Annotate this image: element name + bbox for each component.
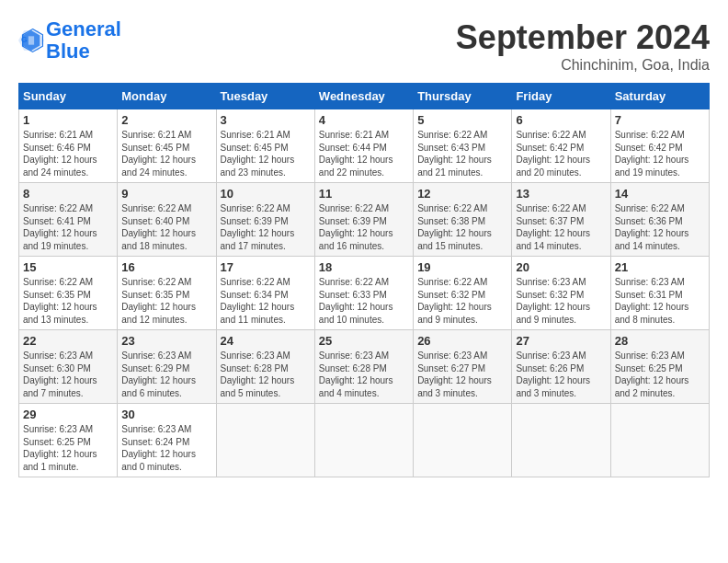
table-row bbox=[414, 404, 512, 477]
table-row: 25Sunrise: 6:23 AM Sunset: 6:28 PM Dayli… bbox=[314, 330, 413, 404]
table-row: 30Sunrise: 6:23 AM Sunset: 6:24 PM Dayli… bbox=[118, 404, 216, 477]
day-info: Sunrise: 6:23 AM Sunset: 6:27 PM Dayligh… bbox=[417, 350, 492, 398]
table-row: 8Sunrise: 6:22 AM Sunset: 6:41 PM Daylig… bbox=[19, 183, 118, 257]
table-row: 23Sunrise: 6:23 AM Sunset: 6:29 PM Dayli… bbox=[118, 330, 216, 404]
calendar-header: Sunday Monday Tuesday Wednesday Thursday… bbox=[19, 84, 710, 109]
col-friday: Friday bbox=[512, 84, 610, 109]
table-row: 10Sunrise: 6:22 AM Sunset: 6:39 PM Dayli… bbox=[216, 183, 314, 257]
day-number: 3 bbox=[221, 113, 311, 127]
day-number: 4 bbox=[319, 113, 409, 127]
calendar-week-row: 1Sunrise: 6:21 AM Sunset: 6:46 PM Daylig… bbox=[19, 109, 710, 183]
table-row: 21Sunrise: 6:23 AM Sunset: 6:31 PM Dayli… bbox=[610, 257, 709, 330]
day-info: Sunrise: 6:22 AM Sunset: 6:36 PM Dayligh… bbox=[615, 203, 689, 251]
day-info: Sunrise: 6:22 AM Sunset: 6:39 PM Dayligh… bbox=[221, 203, 295, 251]
day-info: Sunrise: 6:22 AM Sunset: 6:38 PM Dayligh… bbox=[417, 203, 492, 251]
day-info: Sunrise: 6:22 AM Sunset: 6:43 PM Dayligh… bbox=[417, 130, 492, 178]
day-number: 26 bbox=[417, 334, 507, 348]
day-number: 30 bbox=[121, 408, 211, 421]
calendar-week-row: 22Sunrise: 6:23 AM Sunset: 6:30 PM Dayli… bbox=[19, 330, 710, 404]
day-number: 10 bbox=[221, 187, 311, 201]
day-info: Sunrise: 6:21 AM Sunset: 6:45 PM Dayligh… bbox=[121, 130, 196, 178]
table-row bbox=[512, 404, 610, 477]
table-row: 24Sunrise: 6:23 AM Sunset: 6:28 PM Dayli… bbox=[216, 330, 314, 404]
table-row: 2Sunrise: 6:21 AM Sunset: 6:45 PM Daylig… bbox=[118, 109, 216, 183]
calendar-body: 1Sunrise: 6:21 AM Sunset: 6:46 PM Daylig… bbox=[19, 109, 710, 477]
day-info: Sunrise: 6:22 AM Sunset: 6:42 PM Dayligh… bbox=[615, 130, 689, 178]
col-wednesday: Wednesday bbox=[314, 84, 413, 109]
table-row bbox=[610, 404, 709, 477]
logo-text: General Blue bbox=[46, 18, 121, 63]
day-number: 8 bbox=[23, 187, 113, 201]
day-number: 6 bbox=[516, 113, 606, 127]
day-number: 2 bbox=[121, 113, 211, 127]
day-number: 5 bbox=[417, 113, 507, 127]
day-number: 29 bbox=[23, 408, 113, 421]
day-info: Sunrise: 6:22 AM Sunset: 6:39 PM Dayligh… bbox=[319, 203, 393, 251]
table-row: 5Sunrise: 6:22 AM Sunset: 6:43 PM Daylig… bbox=[414, 109, 512, 183]
day-info: Sunrise: 6:21 AM Sunset: 6:45 PM Dayligh… bbox=[221, 130, 295, 178]
col-thursday: Thursday bbox=[414, 84, 512, 109]
day-number: 7 bbox=[615, 113, 705, 127]
table-row: 14Sunrise: 6:22 AM Sunset: 6:36 PM Dayli… bbox=[610, 183, 709, 257]
day-number: 25 bbox=[319, 334, 409, 348]
table-row: 26Sunrise: 6:23 AM Sunset: 6:27 PM Dayli… bbox=[414, 330, 512, 404]
day-number: 9 bbox=[121, 187, 211, 201]
day-number: 19 bbox=[417, 260, 507, 274]
title-block: September 2024 Chinchinim, Goa, India bbox=[456, 18, 710, 74]
day-info: Sunrise: 6:22 AM Sunset: 6:35 PM Dayligh… bbox=[23, 277, 97, 325]
table-row: 4Sunrise: 6:21 AM Sunset: 6:44 PM Daylig… bbox=[314, 109, 413, 183]
day-number: 13 bbox=[516, 187, 606, 201]
month-title: September 2024 bbox=[456, 18, 710, 57]
day-info: Sunrise: 6:22 AM Sunset: 6:33 PM Dayligh… bbox=[319, 277, 393, 325]
table-row: 1Sunrise: 6:21 AM Sunset: 6:46 PM Daylig… bbox=[19, 109, 118, 183]
location-subtitle: Chinchinim, Goa, India bbox=[456, 57, 710, 74]
day-number: 28 bbox=[615, 334, 705, 348]
table-row: 6Sunrise: 6:22 AM Sunset: 6:42 PM Daylig… bbox=[512, 109, 610, 183]
table-row: 16Sunrise: 6:22 AM Sunset: 6:35 PM Dayli… bbox=[118, 257, 216, 330]
day-number: 24 bbox=[221, 334, 311, 348]
table-row: 11Sunrise: 6:22 AM Sunset: 6:39 PM Dayli… bbox=[314, 183, 413, 257]
col-tuesday: Tuesday bbox=[216, 84, 314, 109]
day-info: Sunrise: 6:22 AM Sunset: 6:37 PM Dayligh… bbox=[516, 203, 590, 251]
day-number: 17 bbox=[221, 260, 311, 274]
day-info: Sunrise: 6:23 AM Sunset: 6:31 PM Dayligh… bbox=[615, 277, 689, 325]
table-row bbox=[314, 404, 413, 477]
day-number: 20 bbox=[516, 260, 606, 274]
day-info: Sunrise: 6:23 AM Sunset: 6:25 PM Dayligh… bbox=[23, 424, 97, 472]
day-info: Sunrise: 6:22 AM Sunset: 6:40 PM Dayligh… bbox=[121, 203, 196, 251]
table-row: 17Sunrise: 6:22 AM Sunset: 6:34 PM Dayli… bbox=[216, 257, 314, 330]
day-info: Sunrise: 6:22 AM Sunset: 6:32 PM Dayligh… bbox=[417, 277, 492, 325]
calendar-week-row: 8Sunrise: 6:22 AM Sunset: 6:41 PM Daylig… bbox=[19, 183, 710, 257]
col-sunday: Sunday bbox=[19, 84, 118, 109]
day-number: 15 bbox=[23, 260, 113, 274]
calendar-week-row: 29Sunrise: 6:23 AM Sunset: 6:25 PM Dayli… bbox=[19, 404, 710, 477]
day-info: Sunrise: 6:23 AM Sunset: 6:26 PM Dayligh… bbox=[516, 350, 590, 398]
day-info: Sunrise: 6:23 AM Sunset: 6:25 PM Dayligh… bbox=[615, 350, 689, 398]
col-saturday: Saturday bbox=[610, 84, 709, 109]
day-number: 21 bbox=[615, 260, 705, 274]
logo: G General Blue bbox=[18, 18, 121, 63]
day-number: 23 bbox=[121, 334, 211, 348]
day-number: 12 bbox=[417, 187, 507, 201]
table-row: 3Sunrise: 6:21 AM Sunset: 6:45 PM Daylig… bbox=[216, 109, 314, 183]
day-info: Sunrise: 6:22 AM Sunset: 6:41 PM Dayligh… bbox=[23, 203, 97, 251]
table-row: 9Sunrise: 6:22 AM Sunset: 6:40 PM Daylig… bbox=[118, 183, 216, 257]
day-number: 14 bbox=[615, 187, 705, 201]
table-row: 28Sunrise: 6:23 AM Sunset: 6:25 PM Dayli… bbox=[610, 330, 709, 404]
table-row: 7Sunrise: 6:22 AM Sunset: 6:42 PM Daylig… bbox=[610, 109, 709, 183]
days-of-week-row: Sunday Monday Tuesday Wednesday Thursday… bbox=[19, 84, 710, 109]
col-monday: Monday bbox=[118, 84, 216, 109]
table-row: 12Sunrise: 6:22 AM Sunset: 6:38 PM Dayli… bbox=[414, 183, 512, 257]
day-info: Sunrise: 6:23 AM Sunset: 6:29 PM Dayligh… bbox=[121, 350, 196, 398]
day-info: Sunrise: 6:23 AM Sunset: 6:32 PM Dayligh… bbox=[516, 277, 590, 325]
day-number: 11 bbox=[319, 187, 409, 201]
table-row: 27Sunrise: 6:23 AM Sunset: 6:26 PM Dayli… bbox=[512, 330, 610, 404]
day-info: Sunrise: 6:23 AM Sunset: 6:30 PM Dayligh… bbox=[23, 350, 97, 398]
day-number: 1 bbox=[23, 113, 113, 127]
day-info: Sunrise: 6:22 AM Sunset: 6:35 PM Dayligh… bbox=[121, 277, 196, 325]
table-row: 13Sunrise: 6:22 AM Sunset: 6:37 PM Dayli… bbox=[512, 183, 610, 257]
table-row: 22Sunrise: 6:23 AM Sunset: 6:30 PM Dayli… bbox=[19, 330, 118, 404]
calendar-week-row: 15Sunrise: 6:22 AM Sunset: 6:35 PM Dayli… bbox=[19, 257, 710, 330]
logo-icon: G bbox=[18, 28, 44, 53]
day-info: Sunrise: 6:22 AM Sunset: 6:34 PM Dayligh… bbox=[221, 277, 295, 325]
